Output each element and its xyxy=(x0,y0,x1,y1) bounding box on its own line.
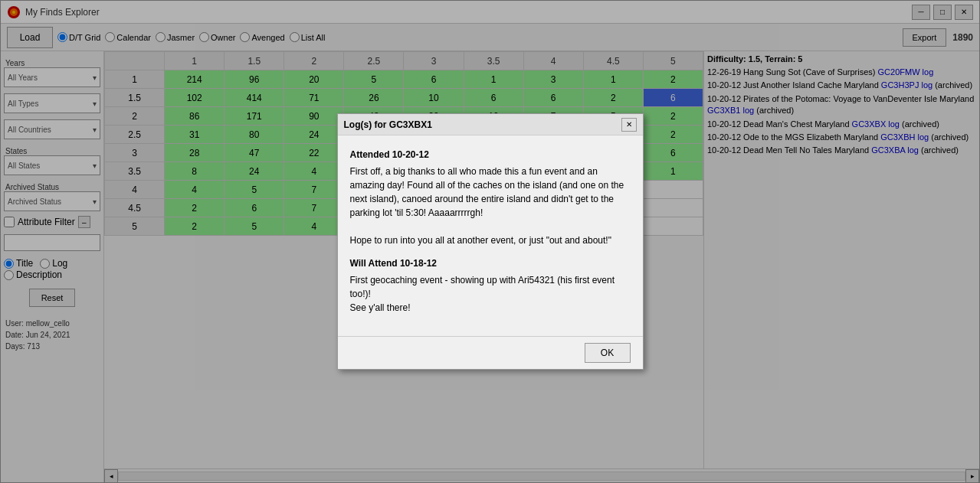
modal-section-title: Attended 10-20-12 xyxy=(350,148,631,162)
modal-sections: Attended 10-20-12First off, a big thanks… xyxy=(350,148,631,315)
modal-title: Log(s) for GC3XBX1 xyxy=(344,119,621,130)
modal-close-button[interactable]: ✕ xyxy=(621,118,637,132)
modal-footer: OK xyxy=(338,336,643,369)
modal-section: Will Attend 10-18-12First geocaching eve… xyxy=(350,256,631,315)
modal-overlay: Log(s) for GC3XBX1 ✕ Attended 10-20-12Fi… xyxy=(0,0,980,483)
modal-section-title: Will Attend 10-18-12 xyxy=(350,256,631,270)
modal-section-body: First off, a big thanks to all who made … xyxy=(350,165,631,247)
modal-body: Attended 10-20-12First off, a big thanks… xyxy=(338,135,643,336)
modal-titlebar: Log(s) for GC3XBX1 ✕ xyxy=(338,114,643,135)
modal-ok-button[interactable]: OK xyxy=(585,343,631,363)
log-modal: Log(s) for GC3XBX1 ✕ Attended 10-20-12Fi… xyxy=(337,113,644,370)
modal-section: Attended 10-20-12First off, a big thanks… xyxy=(350,148,631,247)
modal-section-body: First geocaching event - showing up with… xyxy=(350,273,631,315)
